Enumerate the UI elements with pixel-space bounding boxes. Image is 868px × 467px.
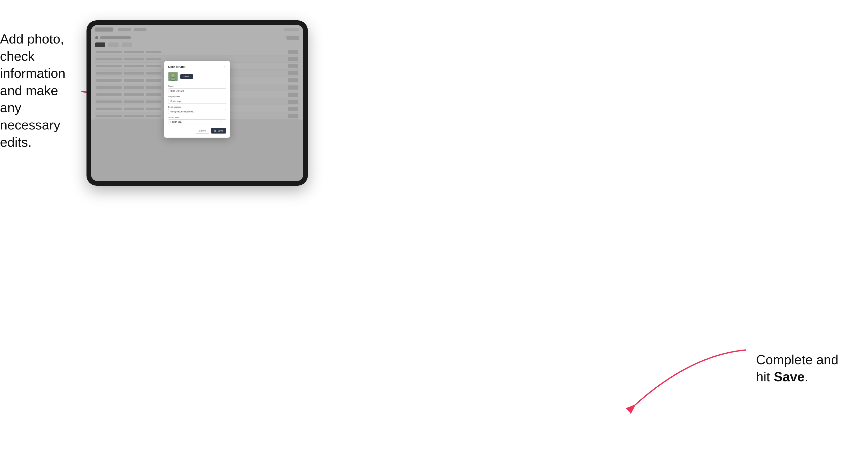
modal-title: User details bbox=[168, 65, 185, 69]
school-year-label: School Year bbox=[168, 116, 226, 119]
annotation-left: Add photo, check information and make an… bbox=[0, 31, 82, 151]
svg-point-5 bbox=[171, 78, 175, 81]
email-input[interactable] bbox=[168, 109, 226, 114]
user-details-modal: User details × Upload bbox=[164, 61, 230, 137]
photo-section: Upload bbox=[168, 72, 226, 82]
display-name-field-group: Display name bbox=[168, 95, 226, 104]
avatar-image bbox=[169, 72, 177, 81]
school-year-select[interactable]: Fourth Year × ⌄ bbox=[168, 119, 226, 124]
school-year-value: Fourth Year bbox=[170, 121, 182, 123]
save-button[interactable]: Save bbox=[211, 128, 226, 133]
cancel-button[interactable]: Cancel bbox=[196, 128, 209, 133]
chevron-down-icon[interactable]: ⌄ bbox=[222, 121, 224, 123]
upload-photo-button[interactable]: Upload bbox=[180, 74, 193, 79]
annotation-right: Complete and hit Save. bbox=[756, 351, 853, 385]
email-field-group: Email address bbox=[168, 106, 226, 114]
modal-header: User details × bbox=[168, 65, 226, 69]
arrow-right-indicator bbox=[588, 324, 766, 416]
display-name-label: Display name bbox=[168, 95, 226, 98]
email-label: Email address bbox=[168, 106, 226, 108]
clear-school-year-icon[interactable]: × bbox=[220, 121, 221, 123]
modal-footer: Cancel Save bbox=[168, 128, 226, 133]
close-icon[interactable]: × bbox=[223, 65, 226, 69]
name-field-group: Name bbox=[168, 85, 226, 93]
tablet-screen: User details × Upload bbox=[91, 25, 303, 181]
svg-point-3 bbox=[172, 74, 175, 77]
school-year-field-group: School Year Fourth Year × ⌄ bbox=[168, 116, 226, 124]
tablet-frame: User details × Upload bbox=[87, 20, 308, 186]
avatar bbox=[168, 72, 178, 82]
name-input[interactable] bbox=[168, 88, 226, 93]
modal-overlay: User details × Upload bbox=[91, 25, 303, 181]
name-label: Name bbox=[168, 85, 226, 87]
display-name-input[interactable] bbox=[168, 99, 226, 104]
save-icon bbox=[214, 129, 216, 132]
